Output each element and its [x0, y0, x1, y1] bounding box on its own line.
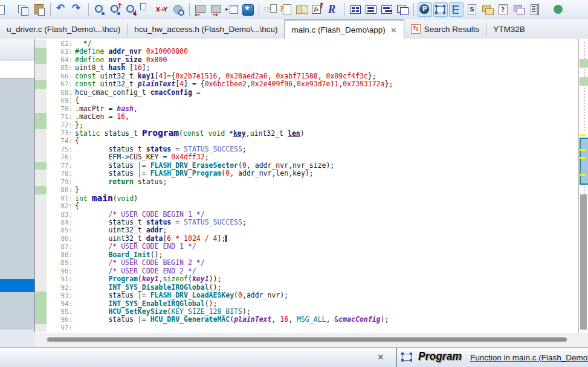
replace-icon[interactable] — [155, 2, 170, 17]
code-line-72[interactable]: 72:}; — [35, 121, 578, 129]
code-text: INT_SYS_EnableIRQGlobal(); — [75, 300, 578, 308]
code-line-74[interactable]: 74:{ — [35, 137, 578, 145]
code-line-63[interactable]: 63:#define addr_nvr 0x10000800 — [35, 48, 578, 56]
code-line-67[interactable]: 67:const uint32_t plainText[4] = {0x6bc1… — [35, 80, 578, 88]
window-split-icon[interactable] — [380, 2, 394, 17]
code-text: */ — [75, 40, 578, 48]
overview-yellow-mark — [580, 157, 586, 159]
code-line-78[interactable]: 78: status |= FLASH_DRV_Program(0, addr_… — [35, 170, 578, 177]
code-line-81[interactable]: 81:int main(void) — [35, 194, 578, 202]
text-cursor — [225, 235, 227, 242]
search-forward-icon[interactable] — [124, 2, 138, 17]
gutter — [35, 72, 47, 80]
code-line-75[interactable]: 75: status_t status = STATUS_SUCCESS; — [35, 145, 578, 153]
help-doc-icon[interactable] — [279, 2, 293, 17]
context-close-icon[interactable]: × — [377, 352, 384, 362]
side-panel-list[interactable] — [0, 79, 34, 330]
relation-tree-icon[interactable] — [449, 2, 464, 17]
code-line-66[interactable]: 66:const uint32_t key1[4]={0x2b7e1516, 0… — [35, 72, 578, 80]
search-web-icon[interactable] — [171, 2, 186, 17]
code-line-95[interactable]: 95: HCU_SetKeySize(KEY_SIZE_128_BITS); — [35, 308, 578, 316]
code-line-93[interactable]: 93: status |= FLASH_DRV_LoadAESKey(0,add… — [35, 292, 578, 299]
function-up-icon[interactable] — [310, 2, 325, 17]
code-line-84[interactable]: 84: status_t status = STATUS_SUCCESS; — [35, 219, 578, 226]
undo-icon[interactable] — [54, 2, 69, 17]
context-symbol-description[interactable]: Function in main.c (Flash_Demo\ — [470, 353, 588, 362]
search-in-files-icon[interactable] — [140, 2, 154, 17]
line-number: 96: — [47, 316, 75, 324]
code-line-70[interactable]: 70:.macPtr = hash, — [35, 105, 578, 113]
horizontal-scrollbar[interactable] — [34, 333, 588, 347]
search-icon[interactable] — [92, 2, 107, 17]
lasso-select-icon[interactable] — [433, 2, 448, 17]
source-doc-icon[interactable] — [465, 2, 479, 17]
green-partial-icon[interactable] — [543, 2, 558, 17]
door-list-icon[interactable] — [528, 2, 542, 17]
copy-files-icon[interactable] — [480, 2, 495, 17]
code-editor[interactable]: 62: */63:#define addr_nvr 0x1000080064:#… — [35, 39, 578, 333]
tab-ytm32b[interactable]: YTM32B — [486, 19, 532, 39]
code-text — [75, 324, 578, 332]
code-line-82[interactable]: 82:{ — [35, 202, 578, 210]
line-number: 69: — [47, 97, 75, 104]
tab-hcu-driver[interactable]: u_driver.c (Flash_Demo\...\hcu) — [0, 19, 127, 39]
code-line-88[interactable]: 88: Board_Init(); — [35, 251, 578, 259]
code-line-97[interactable]: 97: — [35, 324, 578, 332]
code-line-86[interactable]: 86: uint32_t data[6 * 1024 / 4]; — [35, 235, 578, 243]
code-line-85[interactable]: 85: uint32_t addr; — [35, 226, 578, 234]
horizontal-scrollbar-thumb[interactable] — [47, 337, 567, 342]
browse-forward-icon[interactable] — [209, 2, 224, 17]
code-line-80[interactable]: 80:} — [35, 186, 578, 194]
line-number: 73: — [47, 129, 75, 137]
tab-close-icon[interactable]: × — [390, 25, 397, 34]
code-line-62[interactable]: 62: */ — [35, 40, 578, 48]
code-text: EFM->CUS_KEY = 0x4dff32; — [75, 153, 578, 161]
code-line-96[interactable]: 96: status |= HCU_DRV_GenerateMAC(plainT… — [35, 316, 578, 324]
search-backward-icon[interactable] — [108, 2, 123, 17]
gutter — [35, 145, 47, 153]
paste-icon[interactable] — [32, 2, 47, 17]
tab-hcu-hw-access[interactable]: hcu_hw_access.h (Flash_Demo\...\hcu) — [128, 19, 284, 39]
book-help-icon[interactable] — [496, 2, 511, 17]
context-symbol-name[interactable]: Program — [418, 350, 462, 363]
tab-search-results[interactable]: ?¡Search Results — [404, 19, 486, 39]
code-line-64[interactable]: 64:#define nvr_size 0x800 — [35, 56, 578, 64]
tab-main-c[interactable]: main.c (Flash_Demo\app)× — [284, 19, 404, 39]
code-line-76[interactable]: 76: EFM->CUS_KEY = 0x4dff32; — [35, 153, 578, 161]
window-tile-icon[interactable] — [348, 2, 363, 17]
code-line-90[interactable]: 90: /* USER CODE END 2 */ — [35, 267, 578, 275]
code-line-87[interactable]: 87: /* USER CODE END 1 */ — [35, 243, 578, 251]
window-cascade-icon[interactable] — [395, 2, 410, 17]
code-line-83[interactable]: 83: /* USER CODE BEGIN 1 */ — [35, 211, 578, 219]
code-line-65[interactable]: 65:uint8_t hash [16]; — [35, 64, 578, 72]
jump-hand-icon[interactable] — [263, 2, 277, 17]
code-text: { — [75, 202, 578, 210]
context-window-icon[interactable] — [225, 2, 239, 17]
vertical-scrollbar-thumb[interactable] — [580, 194, 587, 330]
code-line-91[interactable]: 91: Program(key1,sizeof(key1)); — [35, 275, 578, 283]
r-logo-icon[interactable] — [326, 2, 340, 17]
code-line-79[interactable]: 79: return status; — [35, 178, 578, 186]
side-panel-selected-item[interactable] — [0, 279, 34, 292]
browse-back-icon[interactable] — [193, 2, 208, 17]
code-line-71[interactable]: 71:.macLen = 16, — [35, 113, 578, 121]
references-icon[interactable] — [294, 2, 309, 17]
code-line-69[interactable]: 69:{ — [35, 97, 578, 104]
favorites-icon[interactable] — [241, 2, 255, 17]
code-line-92[interactable]: 92: INT_SYS_DisableIRQGlobal(); — [35, 284, 578, 292]
side-panel-input[interactable] — [0, 60, 35, 80]
line-number: 78: — [47, 170, 75, 177]
redo-icon[interactable] — [70, 2, 85, 17]
copy-icon[interactable] — [16, 2, 31, 17]
code-line-73[interactable]: 73:static status_t Program(const void *k… — [35, 129, 578, 137]
window-single-icon[interactable] — [364, 2, 378, 17]
code-line-94[interactable]: 94: INT_SYS_EnableIRQGlobal(); — [35, 300, 578, 308]
line-number: 89: — [47, 259, 75, 267]
window-stack-icon[interactable] — [512, 2, 526, 17]
code-line-68[interactable]: 68:hcu_cmac_config_t cmacConfig = — [35, 89, 578, 97]
doc-partial-icon[interactable] — [1, 2, 15, 17]
vertical-scrollbar[interactable] — [578, 39, 588, 333]
code-line-77[interactable]: 77: status |= FLASH_DRV_EraseSector(0, a… — [35, 162, 578, 170]
symbol-p-icon[interactable] — [418, 2, 432, 17]
code-line-89[interactable]: 89: /* USER CODE BEGIN 2 */ — [35, 259, 578, 267]
